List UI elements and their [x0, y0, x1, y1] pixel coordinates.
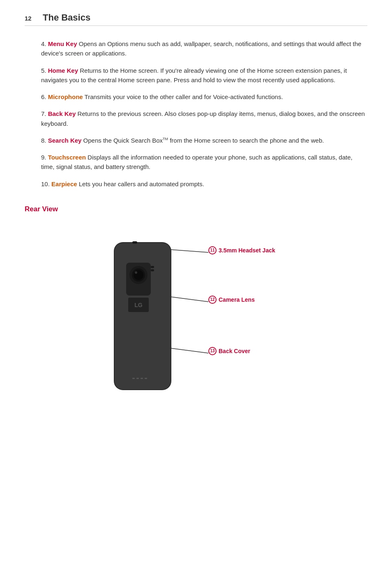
svg-rect-11 [151, 266, 154, 268]
item-description: Returns to the Home screen. If you're al… [41, 67, 347, 83]
page-number: 12 [25, 15, 35, 22]
page: 12 The Basics 4. Menu Key Opens an Optio… [0, 0, 392, 419]
svg-rect-12 [151, 269, 154, 271]
item-number: 8. [41, 137, 48, 144]
item-term: Search Key [48, 137, 82, 144]
list-item: 8. Search Key Opens the Quick Search Box… [41, 136, 367, 145]
item-description: Opens an Options menu such as add, wallp… [41, 40, 361, 57]
item-number: 9. [41, 154, 48, 161]
page-title: The Basics [43, 12, 90, 23]
label-circle-13: 13 [208, 347, 217, 355]
item-number: 4. [41, 40, 48, 47]
label-camera-lens: 12 Camera Lens [208, 296, 255, 304]
items-list: 4. Menu Key Opens an Options menu such a… [41, 39, 367, 189]
label-headset-jack: 11 3.5mm Headset Jack [208, 246, 275, 254]
item-number: 10. [41, 180, 51, 187]
phone-diagram: LG [110, 234, 175, 394]
item-number: 7. [41, 110, 48, 117]
item-term: Back Key [48, 110, 76, 117]
item-description: Returns to the previous screen. Also clo… [41, 110, 365, 127]
item-term: Earpiece [51, 180, 77, 187]
item-description: Transmits your voice to the other caller… [83, 93, 283, 100]
rear-view-section: Rear View [25, 205, 367, 402]
label-back-cover: 13 Back Cover [208, 347, 250, 355]
label-circle-11: 11 [208, 246, 217, 254]
item-description: Displays all the information needed to o… [41, 154, 353, 170]
list-item: 5. Home Key Returns to the Home screen. … [41, 66, 367, 85]
item-term: Touchscreen [48, 154, 86, 161]
list-item: 9. Touchscreen Displays all the informat… [41, 153, 367, 172]
rear-view-title: Rear View [25, 205, 367, 213]
item-term: Microphone [48, 93, 83, 100]
item-term: Home Key [48, 67, 78, 74]
svg-rect-16 [136, 378, 139, 379]
list-item: 6. Microphone Transmits your voice to th… [41, 92, 367, 102]
item-term: Menu Key [48, 40, 77, 47]
item-number: 5. [41, 67, 48, 74]
svg-rect-18 [145, 378, 147, 379]
diagram-container: LG 11 3.5mm Headset Jack 12 Camera Lens … [73, 226, 319, 402]
item-number: 6. [41, 93, 48, 100]
svg-text:LG: LG [134, 302, 143, 308]
label-text-camera: Camera Lens [219, 296, 255, 303]
svg-rect-15 [132, 378, 135, 379]
svg-rect-5 [132, 241, 137, 244]
label-text-back-cover: Back Cover [219, 348, 250, 354]
page-header: 12 The Basics [25, 12, 367, 26]
item-description: Lets you hear callers and automated prom… [77, 180, 204, 187]
list-item: 7. Back Key Returns to the previous scre… [41, 109, 367, 128]
label-circle-12: 12 [208, 296, 217, 304]
list-item: 4. Menu Key Opens an Options menu such a… [41, 39, 367, 58]
item-description: Opens the Quick Search BoxTM from the Ho… [81, 137, 324, 144]
list-item: 10. Earpiece Lets you hear callers and a… [41, 179, 367, 189]
svg-rect-17 [141, 378, 143, 379]
label-text-headset: 3.5mm Headset Jack [219, 247, 275, 254]
svg-point-10 [135, 271, 137, 274]
svg-point-9 [134, 270, 143, 280]
